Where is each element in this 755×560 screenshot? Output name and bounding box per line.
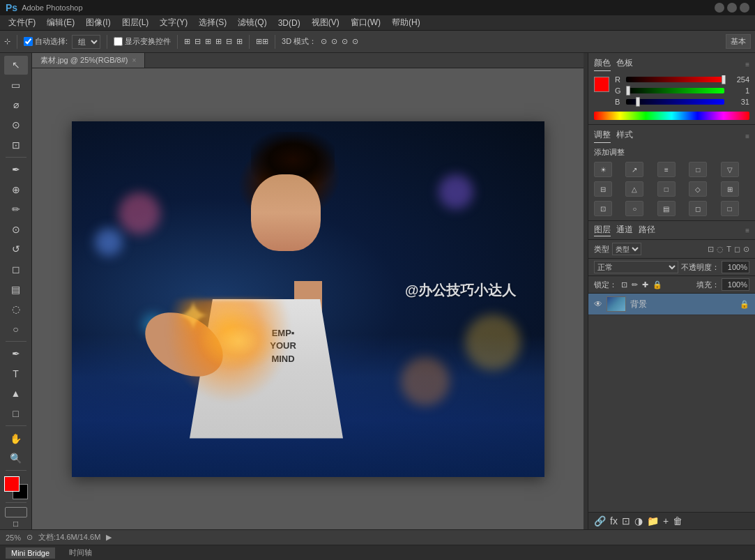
basic-btn[interactable]: 基本 <box>726 34 751 49</box>
adj-colorbalance[interactable]: △ <box>625 181 643 197</box>
menu-filter[interactable]: 滤镜(Q) <box>232 15 272 30</box>
quick-mask-btn[interactable] <box>5 507 27 517</box>
adjustment-panel-menu[interactable]: ≡ <box>745 133 749 140</box>
layer-filter-adjust[interactable]: ◌ <box>717 245 724 254</box>
align-center-btn[interactable]: ⊟ <box>195 37 201 46</box>
tab-color[interactable]: 颜色 <box>594 57 611 71</box>
adj-selective-color[interactable]: □ <box>721 201 739 216</box>
tab-adjustments[interactable]: 调整 <box>594 129 611 143</box>
menu-3d[interactable]: 3D(D) <box>273 17 306 29</box>
minimize-button[interactable]: ─ <box>715 3 724 13</box>
menu-text[interactable]: 文字(Y) <box>154 15 193 30</box>
layer-item-background[interactable]: 👁 背景 🔒 <box>588 294 755 315</box>
tab-styles[interactable]: 样式 <box>616 129 633 143</box>
layer-delete-btn[interactable]: 🗑 <box>673 515 682 527</box>
layer-filter-pixel[interactable]: ⊡ <box>708 245 714 254</box>
tab-paths[interactable]: 路径 <box>639 224 655 236</box>
adj-exposure[interactable]: □ <box>689 162 707 177</box>
menu-help[interactable]: 帮助(H) <box>386 15 426 30</box>
eraser-tool[interactable]: ◻ <box>4 260 28 279</box>
title-bar-controls[interactable]: ─ □ ✕ <box>715 3 749 13</box>
lock-all-btn[interactable]: 🔒 <box>653 280 662 289</box>
tab-swatches[interactable]: 色板 <box>616 57 633 71</box>
layer-link-btn[interactable]: 🔗 <box>594 515 606 527</box>
auto-select-label[interactable]: 自动选择: <box>24 36 68 47</box>
status-tab-timeline[interactable]: 时间轴 <box>63 546 98 559</box>
tab-素材[interactable]: 素材.jpg @ 25%(RGB/8#) × <box>32 53 145 68</box>
lock-position-btn[interactable]: ✚ <box>642 280 648 289</box>
menu-layer[interactable]: 图层(L) <box>116 15 155 30</box>
opacity-input[interactable] <box>722 261 749 273</box>
canvas-container[interactable]: EMP▪ YOUR MIND ✦ @办公技巧小达人 <box>32 68 584 529</box>
adj-threshold[interactable]: ▤ <box>657 201 676 216</box>
adj-channelmixer[interactable]: ⊞ <box>721 181 739 197</box>
close-button[interactable]: ✕ <box>740 3 749 13</box>
menu-image[interactable]: 图像(I) <box>80 15 116 30</box>
3d-btn-2[interactable]: ⊙ <box>331 37 337 46</box>
zoom-toggle-icon[interactable]: ⊙ <box>26 533 33 542</box>
auto-select-type[interactable]: 组 <box>72 35 100 49</box>
screen-mode-btn[interactable]: □ <box>5 519 27 529</box>
r-slider[interactable] <box>626 77 724 82</box>
heal-tool[interactable]: ⊕ <box>4 180 28 199</box>
g-slider[interactable] <box>626 88 724 93</box>
maximize-button[interactable]: □ <box>727 3 737 13</box>
layer-filter-type[interactable]: T <box>726 245 731 254</box>
layer-filter-smart[interactable]: ⊙ <box>743 245 749 254</box>
layers-panel-menu[interactable]: ≡ <box>745 227 749 234</box>
gradient-tool[interactable]: ▤ <box>4 280 28 298</box>
hand-tool[interactable]: ✋ <box>4 429 28 448</box>
lock-transparent-btn[interactable]: ⊡ <box>621 280 627 289</box>
type-tool[interactable]: T <box>4 365 28 384</box>
rect-select-tool[interactable]: ▭ <box>4 76 28 95</box>
doc-info-arrow[interactable]: ▶ <box>106 533 112 542</box>
quick-select-tool[interactable]: ⊙ <box>4 116 28 135</box>
color-spectrum[interactable] <box>594 112 749 120</box>
layers-type-select[interactable]: 类型 <box>612 243 641 255</box>
layer-fx-btn[interactable]: fx <box>610 515 618 527</box>
lasso-tool[interactable]: ⌀ <box>4 96 28 114</box>
adj-bw[interactable]: □ <box>657 181 676 197</box>
clone-stamp-tool[interactable]: ⊙ <box>4 220 28 239</box>
align-bottom-btn[interactable]: ⊞ <box>236 37 243 46</box>
auto-select-checkbox[interactable] <box>24 37 33 46</box>
b-slider[interactable] <box>626 99 724 105</box>
align-top-btn[interactable]: ⊞ <box>215 37 222 46</box>
shape-tool[interactable]: □ <box>4 404 28 423</box>
zoom-tool[interactable]: 🔍 <box>4 449 28 468</box>
color-swatch[interactable] <box>594 77 609 92</box>
distribute-btn[interactable]: ⊞⊞ <box>256 37 268 46</box>
menu-view[interactable]: 视图(V) <box>306 15 345 30</box>
history-brush-tool[interactable]: ↺ <box>4 240 28 259</box>
adj-brightness[interactable]: ☀ <box>594 162 612 177</box>
pen-tool[interactable]: ✒ <box>4 345 28 363</box>
blur-tool[interactable]: ◌ <box>4 300 28 319</box>
3d-btn-4[interactable]: ⊙ <box>352 37 358 46</box>
layer-visibility-toggle[interactable]: 👁 <box>594 299 602 309</box>
foreground-color[interactable] <box>4 476 20 492</box>
move-tool[interactable]: ↖ <box>4 56 28 75</box>
menu-window[interactable]: 窗口(W) <box>345 15 386 30</box>
adj-photofilter[interactable]: ◇ <box>689 181 707 197</box>
layer-filter-shape[interactable]: ◻ <box>734 245 740 254</box>
color-selector[interactable] <box>4 476 28 499</box>
layer-add-btn[interactable]: + <box>663 515 669 527</box>
status-tab-mini-bridge[interactable]: Mini Bridge <box>6 547 55 559</box>
show-transform-label[interactable]: 显示变换控件 <box>114 36 171 47</box>
adj-invert[interactable]: ⊡ <box>594 201 612 216</box>
eyedropper-tool[interactable]: ✒ <box>4 160 28 179</box>
adj-vibrance[interactable]: ▽ <box>721 162 739 177</box>
fill-input[interactable] <box>722 278 749 291</box>
adj-curves[interactable]: ↗ <box>625 162 643 177</box>
align-middle-btn[interactable]: ⊟ <box>226 37 232 46</box>
move-tool-icon[interactable]: ⊹ <box>4 37 10 46</box>
3d-btn-3[interactable]: ⊙ <box>342 37 348 46</box>
path-select-tool[interactable]: ▲ <box>4 384 28 403</box>
layer-mask-btn[interactable]: ⊡ <box>622 515 630 527</box>
brush-tool[interactable]: ✏ <box>4 200 28 219</box>
tab-layers[interactable]: 图层 <box>594 224 611 236</box>
menu-edit[interactable]: 编辑(E) <box>41 15 80 30</box>
layer-folder-btn[interactable]: 📁 <box>647 515 659 527</box>
adj-levels[interactable]: ≡ <box>657 162 676 177</box>
lock-pixels-btn[interactable]: ✏ <box>632 280 638 289</box>
